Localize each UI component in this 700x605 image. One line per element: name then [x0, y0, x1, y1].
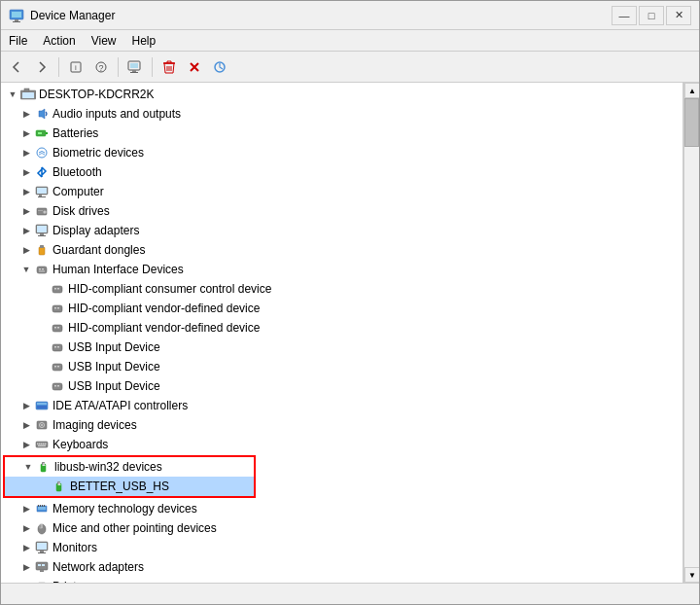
svg-rect-81 [37, 543, 47, 550]
root-expand-icon[interactable]: ▼ [5, 87, 20, 102]
bluetooth-icon [34, 164, 50, 180]
svg-rect-10 [132, 70, 136, 72]
hid-expand-icon[interactable]: ▼ [18, 262, 34, 277]
tree-node-display[interactable]: ▶ Display adapters [3, 221, 681, 240]
toolbar-back[interactable] [5, 55, 28, 79]
tree-node-usb1[interactable]: ▶ USB Input Device [3, 338, 681, 357]
betterusb-icon [52, 479, 67, 494]
tree-node-guardant[interactable]: ▶ Guardant dongles [3, 240, 681, 260]
imaging-expand-icon[interactable]: ▶ [18, 417, 34, 433]
tree-node-usb3[interactable]: ▶ USB Input Device [3, 376, 681, 396]
biometric-expand-icon[interactable]: ▶ [18, 145, 34, 160]
usb1-label: USB Input Device [68, 338, 160, 356]
tree-node-keyboards[interactable]: ▶ Keyboards [3, 435, 681, 454]
svg-rect-73 [38, 505, 39, 507]
toolbar-forward[interactable] [30, 55, 53, 79]
root-icon [20, 87, 36, 102]
tree-node-libusb[interactable]: ▼ libusb-win32 devices [5, 457, 254, 477]
svg-rect-48 [57, 346, 59, 348]
svg-rect-86 [42, 564, 45, 566]
computer-icon [34, 184, 50, 199]
tree-node-usb2[interactable]: ▶ USB Input Device [3, 357, 681, 376]
svg-rect-42 [57, 307, 59, 309]
svg-rect-75 [42, 505, 43, 507]
svg-rect-38 [54, 288, 56, 290]
libusb-icon [36, 459, 52, 475]
diskdrives-expand-icon[interactable]: ▶ [18, 203, 34, 219]
bluetooth-expand-icon[interactable]: ▶ [18, 164, 34, 180]
vertical-scrollbar[interactable]: ▲ ▼ [683, 83, 699, 583]
tree-node-mice[interactable]: ▶ Mice and other pointing devices [3, 518, 681, 538]
svg-point-25 [44, 211, 47, 214]
network-icon [34, 559, 50, 575]
libusb-label: libusb-win32 devices [54, 458, 162, 476]
svg-rect-11 [130, 72, 138, 73]
menu-file[interactable]: File [1, 32, 35, 49]
device-tree[interactable]: ▼ DESKTOP-KDCRR2K ▶ [1, 83, 683, 583]
ide-expand-icon[interactable]: ▶ [18, 398, 34, 413]
scroll-thumb[interactable] [684, 98, 699, 147]
batteries-expand-icon[interactable]: ▶ [18, 125, 34, 141]
tree-node-betterusb[interactable]: ▶ BETTER_USB_HS [5, 477, 254, 496]
guardant-expand-icon[interactable]: ▶ [18, 242, 34, 258]
libusb-expand-icon[interactable]: ▼ [20, 459, 36, 475]
display-expand-icon[interactable]: ▶ [18, 223, 34, 238]
audio-icon [34, 106, 50, 122]
tree-node-memory[interactable]: ▶ Memory technology devices [3, 499, 681, 518]
tree-node-batteries[interactable]: ▶ Batteries [3, 124, 681, 143]
svg-rect-83 [38, 552, 46, 553]
monitors-expand-icon[interactable]: ▶ [18, 540, 34, 555]
toolbar-sep3 [152, 57, 153, 77]
svg-rect-32 [40, 245, 44, 248]
monitors-label: Monitors [52, 539, 97, 556]
tree-node-computer[interactable]: ▶ Computer [3, 182, 681, 201]
menu-view[interactable]: View [84, 32, 124, 49]
tree-node-network[interactable]: ▶ Network adapters [3, 557, 681, 577]
maximize-button[interactable]: □ [639, 6, 664, 25]
menu-action[interactable]: Action [35, 32, 83, 49]
svg-rect-28 [37, 226, 47, 232]
tree-node-monitors[interactable]: ▶ Monitors [3, 538, 681, 557]
tree-node-hid3[interactable]: ▶ HID-compliant vendor-defined device [3, 318, 681, 338]
svg-rect-65 [43, 444, 45, 445]
tree-node-diskdrives[interactable]: ▶ Disk drives [3, 201, 681, 221]
biometric-icon [34, 145, 50, 160]
minimize-button[interactable]: — [612, 6, 637, 25]
svg-rect-34 [39, 268, 41, 270]
audio-expand-icon[interactable]: ▶ [18, 106, 34, 122]
mice-expand-icon[interactable]: ▶ [18, 520, 34, 536]
computer-expand-icon[interactable]: ▶ [18, 184, 34, 199]
tree-node-hid1[interactable]: ▶ HID-compliant consumer control device [3, 279, 681, 299]
memory-expand-icon[interactable]: ▶ [18, 501, 34, 516]
svg-rect-53 [54, 385, 56, 387]
toolbar-cancel[interactable] [183, 55, 206, 79]
menu-help[interactable]: Help [124, 32, 164, 49]
scroll-up-button[interactable]: ▲ [684, 83, 699, 98]
scroll-track[interactable] [684, 98, 699, 567]
svg-rect-44 [54, 327, 56, 329]
close-button[interactable]: ✕ [666, 6, 691, 25]
usb3-icon [50, 378, 65, 394]
guardant-label: Guardant dongles [52, 241, 145, 259]
scroll-down-button[interactable]: ▼ [684, 567, 699, 583]
tree-node-ide[interactable]: ▶ IDE ATA/ATAPI controllers [3, 396, 681, 415]
tree-node-imaging[interactable]: ▶ Imaging devices [3, 415, 681, 435]
svg-rect-63 [39, 444, 41, 445]
toolbar-properties[interactable]: i [64, 55, 88, 79]
biometric-label: Biometric devices [52, 144, 144, 161]
keyboards-expand-icon[interactable]: ▶ [18, 437, 34, 452]
svg-point-19 [37, 148, 47, 158]
toolbar-scan[interactable] [123, 55, 147, 79]
toolbar-update[interactable] [208, 55, 231, 79]
network-expand-icon[interactable]: ▶ [18, 559, 34, 575]
tree-node-audio[interactable]: ▶ Audio inputs and outputs [3, 104, 681, 124]
toolbar-help[interactable]: ? [89, 55, 113, 79]
tree-node-bluetooth[interactable]: ▶ Bluetooth [3, 162, 681, 182]
toolbar-uninstall[interactable] [158, 55, 181, 79]
svg-rect-87 [40, 570, 44, 572]
bluetooth-label: Bluetooth [52, 163, 102, 181]
tree-node-hid[interactable]: ▼ Human Interface Devices [3, 260, 681, 279]
tree-node-hid2[interactable]: ▶ HID-compliant vendor-defined device [3, 299, 681, 318]
tree-node-biometric[interactable]: ▶ Biometric devices [3, 143, 681, 162]
tree-root[interactable]: ▼ DESKTOP-KDCRR2K [3, 85, 681, 104]
